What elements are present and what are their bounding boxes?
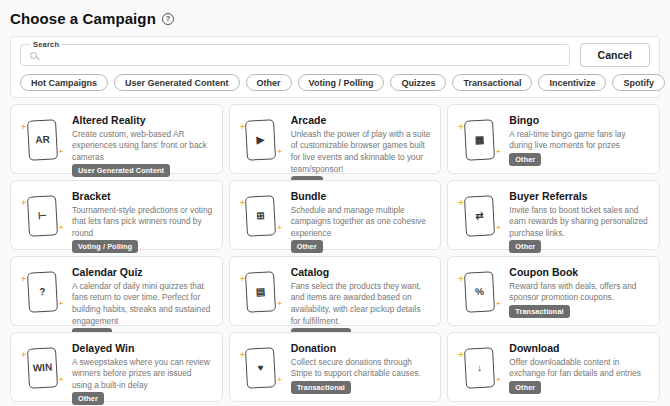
altered-reality-icon: AR: [26, 119, 57, 160]
card-description: Tournament-style predictions or voting t…: [72, 205, 213, 240]
card-title: Donation: [291, 342, 432, 354]
card-catalog[interactable]: ▤ Catalog Fans select the products they …: [229, 256, 442, 326]
card-description: Invite fans to boost ticket sales and ea…: [509, 205, 650, 240]
card-bracket[interactable]: ⊢ Bracket Tournament-style predictions o…: [10, 180, 223, 250]
card-icon-wrap: ↓: [457, 341, 501, 394]
arcade-icon: ▶: [245, 119, 276, 160]
card-title: Calendar Quiz: [72, 266, 213, 278]
card-description: A sweepstakes where you can review winne…: [72, 357, 213, 392]
card-title: Catalog: [291, 266, 432, 278]
filter-chip-user-generated-content[interactable]: User Generated Content: [114, 74, 240, 91]
search-panel: Search Cancel Hot CampaignsUser Generate…: [10, 36, 660, 98]
card-icon-wrap: ♥: [239, 341, 283, 394]
card-icon-wrap: ⊞: [239, 189, 283, 242]
card-body: Delayed Win A sweepstakes where you can …: [72, 341, 213, 394]
card-icon-wrap: ▶: [239, 113, 283, 166]
card-icon-wrap: ⇄: [457, 189, 501, 242]
choose-campaign-page: Choose a Campaign ? Search Cancel Hot Ca…: [0, 0, 670, 406]
card-delayed-win[interactable]: WIN Delayed Win A sweepstakes where you …: [10, 332, 223, 402]
card-category-badge: Transactional: [509, 305, 569, 318]
card-category-badge: Other: [509, 240, 541, 253]
card-download[interactable]: ↓ Download Offer downloadable content in…: [447, 332, 660, 402]
card-coupon-book[interactable]: % Coupon Book Reward fans with deals, of…: [447, 256, 660, 326]
filter-chip-row: Hot CampaignsUser Generated ContentOther…: [20, 74, 650, 91]
donation-icon: ♥: [245, 347, 276, 388]
card-icon-wrap: AR: [20, 113, 64, 166]
card-buyer-referrals[interactable]: ⇄ Buyer Referrals Invite fans to boost t…: [447, 180, 660, 250]
calendar-quiz-icon: ?: [26, 271, 57, 312]
filter-chip-other[interactable]: Other: [246, 74, 292, 91]
card-calendar-quiz[interactable]: ? Calendar Quiz A calendar of daily mini…: [10, 256, 223, 326]
delayed-win-icon: WIN: [26, 347, 57, 388]
card-category-badge: Voting / Polling: [72, 240, 138, 253]
search-row: Search Cancel: [20, 43, 650, 67]
card-title: Altered Reality: [72, 114, 213, 126]
help-icon[interactable]: ?: [162, 13, 174, 25]
card-title: Bingo: [509, 114, 650, 126]
card-description: A calendar of daily mini quizzes that fa…: [72, 281, 213, 328]
card-body: Altered Reality Create custom, web-based…: [72, 113, 213, 166]
card-icon-wrap: WIN: [20, 341, 64, 394]
card-category-badge: User Generated Content: [72, 164, 170, 177]
card-title: Coupon Book: [509, 266, 650, 278]
card-category-badge: Other: [509, 381, 541, 394]
card-title: Bundle: [291, 190, 432, 202]
search-input[interactable]: [43, 50, 560, 61]
search-icon: [30, 52, 37, 59]
card-bundle[interactable]: ⊞ Bundle Schedule and manage multiple ca…: [229, 180, 442, 250]
card-category-badge: Other: [72, 392, 104, 405]
page-header: Choose a Campaign ?: [10, 10, 660, 27]
card-icon-wrap: ▦: [457, 113, 501, 166]
card-description: Schedule and manage multiple campaigns t…: [291, 205, 432, 240]
card-title: Buyer Referrals: [509, 190, 650, 202]
card-title: Download: [509, 342, 650, 354]
bracket-icon: ⊢: [26, 195, 57, 236]
card-body: Arcade Unleash the power of play with a …: [291, 113, 432, 166]
card-icon-wrap: ?: [20, 265, 64, 318]
coupon-book-icon: %: [464, 271, 495, 312]
filter-chip-transactional[interactable]: Transactional: [452, 74, 532, 91]
card-icon-wrap: ⊢: [20, 189, 64, 242]
filter-chip-spotify[interactable]: Spotify: [612, 74, 665, 91]
card-bingo[interactable]: ▦ Bingo A real-time bingo game fans lay …: [447, 104, 660, 174]
card-description: A real-time bingo game fans lay during l…: [509, 129, 650, 154]
card-icon-wrap: %: [457, 265, 501, 318]
filter-chip-incentivize[interactable]: Incentivize: [538, 74, 606, 91]
card-donation[interactable]: ♥ Donation Collect secure donations thro…: [229, 332, 442, 402]
buyer-referrals-icon: ⇄: [464, 195, 495, 236]
card-description: Collect secure donations through Stripe …: [291, 357, 432, 382]
campaign-cards-grid: AR Altered Reality Create custom, web-ba…: [10, 104, 660, 406]
card-description: Offer downloadable content in exchange f…: [509, 357, 650, 382]
card-icon-wrap: ▤: [239, 265, 283, 318]
card-altered-reality[interactable]: AR Altered Reality Create custom, web-ba…: [10, 104, 223, 174]
catalog-icon: ▤: [245, 271, 276, 312]
search-field[interactable]: Search: [20, 44, 570, 66]
search-field-label: Search: [30, 40, 62, 49]
bundle-icon: ⊞: [245, 195, 276, 236]
card-body: Download Offer downloadable content in e…: [509, 341, 650, 394]
download-icon: ↓: [464, 347, 495, 388]
filter-chip-voting-polling[interactable]: Voting / Polling: [298, 74, 385, 91]
card-title: Bracket: [72, 190, 213, 202]
filter-chip-hot-campaigns[interactable]: Hot Campaigns: [20, 74, 108, 91]
card-category-badge: Other: [509, 153, 541, 166]
cancel-button[interactable]: Cancel: [580, 43, 650, 67]
card-body: Bundle Schedule and manage multiple camp…: [291, 189, 432, 242]
card-body: Calendar Quiz A calendar of daily mini q…: [72, 265, 213, 318]
card-description: Create custom, web-based AR experiences …: [72, 129, 213, 164]
card-description: Unleash the power of play with a suite o…: [291, 129, 432, 176]
card-body: Coupon Book Reward fans with deals, offe…: [509, 265, 650, 318]
card-arcade[interactable]: ▶ Arcade Unleash the power of play with …: [229, 104, 442, 174]
page-title: Choose a Campaign: [10, 10, 156, 27]
card-body: Donation Collect secure donations throug…: [291, 341, 432, 394]
card-body: Buyer Referrals Invite fans to boost tic…: [509, 189, 650, 242]
filter-chip-quizzes[interactable]: Quizzes: [390, 74, 446, 91]
card-body: Catalog Fans select the products they wa…: [291, 265, 432, 318]
card-title: Delayed Win: [72, 342, 213, 354]
card-body: Bingo A real-time bingo game fans lay du…: [509, 113, 650, 166]
card-category-badge: Transactional: [291, 381, 351, 394]
bingo-icon: ▦: [464, 119, 495, 160]
card-description: Reward fans with deals, offers and spons…: [509, 281, 650, 306]
card-title: Arcade: [291, 114, 432, 126]
card-category-badge: Other: [291, 240, 323, 253]
